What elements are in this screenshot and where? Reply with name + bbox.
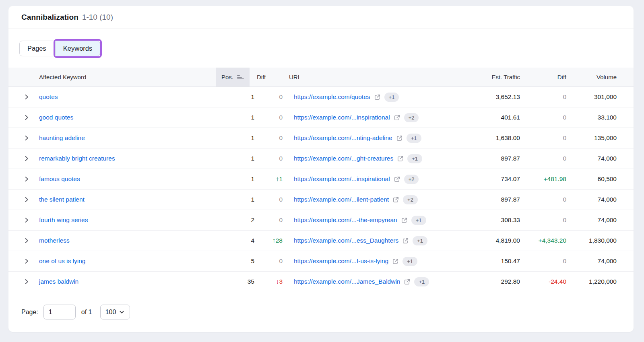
keyword-link[interactable]: remarkably bright creatures (39, 155, 115, 162)
keyword-link[interactable]: good quotes (39, 114, 73, 121)
expand-row-button[interactable] (21, 87, 39, 107)
external-link-icon[interactable] (394, 114, 400, 121)
keyword-link[interactable]: famous quotes (39, 175, 80, 182)
traffic-diff-value: 0 (520, 114, 566, 121)
traffic-diff-value: 0 (520, 93, 566, 101)
est-traffic-value: 308.33 (452, 216, 520, 224)
url-link[interactable]: https://example.com/quotes (294, 93, 370, 101)
external-link-icon[interactable] (396, 135, 403, 142)
table-row: remarkably bright creatures 1 0 https://… (8, 148, 634, 169)
external-link-icon[interactable] (374, 94, 381, 101)
position-diff-value: ↑28 (254, 237, 283, 244)
expand-row-button[interactable] (21, 272, 39, 292)
url-link[interactable]: https://example.com/...nting-adeline (294, 134, 392, 142)
url-link[interactable]: https://example.com/...ilent-patient (294, 196, 389, 203)
url-link[interactable]: https://example.com/...ess_Daughters (294, 237, 398, 244)
keyword-link[interactable]: haunting adeline (39, 134, 85, 141)
expand-row-button[interactable] (21, 107, 39, 128)
traffic-diff-value: +4,343.20 (520, 237, 566, 244)
url-link[interactable]: https://example.com/...ght-creatures (294, 155, 393, 162)
volume-value: 74,000 (566, 216, 617, 224)
table-row: james baldwin 35 ↓3 https://example.com/… (8, 272, 634, 292)
view-tabs: Pages Keywords (8, 29, 634, 68)
expand-row-button[interactable] (21, 128, 39, 148)
volume-value: 60,500 (566, 175, 617, 183)
col-position: Pos. (198, 68, 254, 87)
expand-row-button[interactable] (21, 190, 39, 210)
chevron-right-icon (24, 156, 29, 161)
url-link[interactable]: https://example.com/...-the-empyrean (294, 216, 397, 224)
col-url[interactable]: URL (283, 74, 452, 80)
expand-row-button[interactable] (21, 169, 39, 189)
url-link[interactable]: https://example.com/...inspirational (294, 114, 390, 121)
expand-row-button[interactable] (21, 231, 39, 251)
keyword-link[interactable]: quotes (39, 93, 58, 100)
more-urls-badge[interactable]: +1 (384, 93, 399, 102)
more-urls-badge[interactable]: +2 (404, 175, 419, 184)
external-link-icon[interactable] (404, 278, 411, 285)
chevron-right-icon (24, 279, 29, 284)
expand-row-button[interactable] (21, 148, 39, 169)
position-value: 35 (198, 278, 254, 285)
position-diff-value: ↓3 (254, 278, 283, 285)
expand-row-button[interactable] (21, 251, 39, 271)
chevron-right-icon (24, 238, 29, 243)
table-row: the silent patient 1 0 https://example.c… (8, 190, 634, 210)
table-header-row: Affected Keyword Pos. Diff URL Est. Traf… (8, 68, 634, 87)
more-urls-badge[interactable]: +1 (407, 154, 422, 163)
tab-keywords[interactable]: Keywords (55, 41, 100, 56)
external-link-icon[interactable] (402, 237, 409, 244)
more-urls-badge[interactable]: +2 (403, 195, 418, 204)
col-est-traffic[interactable]: Est. Traffic (452, 74, 520, 80)
est-traffic-value: 4,819.00 (452, 237, 520, 244)
pos-sort-header[interactable]: Pos. (216, 68, 250, 87)
external-link-icon[interactable] (392, 258, 399, 265)
chevron-right-icon (24, 135, 29, 141)
position-value: 1 (198, 155, 254, 162)
traffic-diff-value: 0 (520, 216, 566, 224)
annotation-highlight-box: Keywords (54, 39, 102, 58)
col-pos-diff[interactable]: Diff (254, 74, 283, 80)
more-urls-badge[interactable]: +1 (414, 277, 429, 286)
keyword-link[interactable]: the silent patient (39, 196, 85, 203)
more-urls-badge[interactable]: +2 (404, 113, 419, 122)
position-diff-value: 0 (254, 196, 283, 203)
volume-value: 74,000 (566, 258, 617, 265)
position-diff-value: 0 (254, 258, 283, 265)
expand-row-button[interactable] (21, 210, 39, 230)
url-link[interactable]: https://example.com/...f-us-is-lying (294, 258, 388, 265)
external-link-icon[interactable] (401, 217, 408, 224)
page-count-label: of 1 (81, 309, 92, 316)
traffic-diff-value: +481.98 (520, 175, 566, 183)
more-urls-badge[interactable]: +1 (411, 216, 426, 225)
more-urls-badge[interactable]: +1 (413, 236, 427, 245)
more-urls-badge[interactable]: +1 (407, 134, 421, 143)
keyword-link[interactable]: one of us is lying (39, 258, 85, 264)
table-row: quotes 1 0 https://example.com/quotes +1… (8, 87, 634, 107)
keyword-link[interactable]: motherless (39, 237, 70, 244)
url-link[interactable]: https://example.com/...inspirational (294, 175, 390, 183)
external-link-icon[interactable] (392, 196, 399, 203)
keyword-link[interactable]: james baldwin (39, 278, 78, 285)
position-diff-value: 0 (254, 155, 283, 162)
col-traffic-diff[interactable]: Diff (520, 74, 566, 80)
position-value: 5 (198, 258, 254, 265)
position-value: 1 (198, 93, 254, 101)
traffic-diff-value: 0 (520, 258, 566, 265)
est-traffic-value: 3,652.13 (452, 93, 520, 101)
more-urls-badge[interactable]: +1 (402, 257, 417, 266)
page-size-select[interactable]: 100 (100, 305, 130, 319)
table-body: quotes 1 0 https://example.com/quotes +1… (8, 87, 634, 292)
position-value: 2 (198, 216, 254, 224)
tab-pages[interactable]: Pages (19, 41, 54, 56)
page-number-input[interactable] (43, 305, 76, 319)
external-link-icon[interactable] (397, 155, 404, 162)
col-volume[interactable]: Volume (566, 74, 617, 80)
url-link[interactable]: https://example.com/...James_Baldwin (294, 278, 400, 285)
pagination-bar: Page: of 1 100 (8, 292, 634, 332)
keyword-link[interactable]: fourth wing series (39, 216, 88, 223)
col-affected-keyword[interactable]: Affected Keyword (39, 74, 198, 80)
position-value: 4 (198, 237, 254, 244)
external-link-icon[interactable] (394, 176, 400, 183)
est-traffic-value: 401.61 (452, 114, 520, 121)
